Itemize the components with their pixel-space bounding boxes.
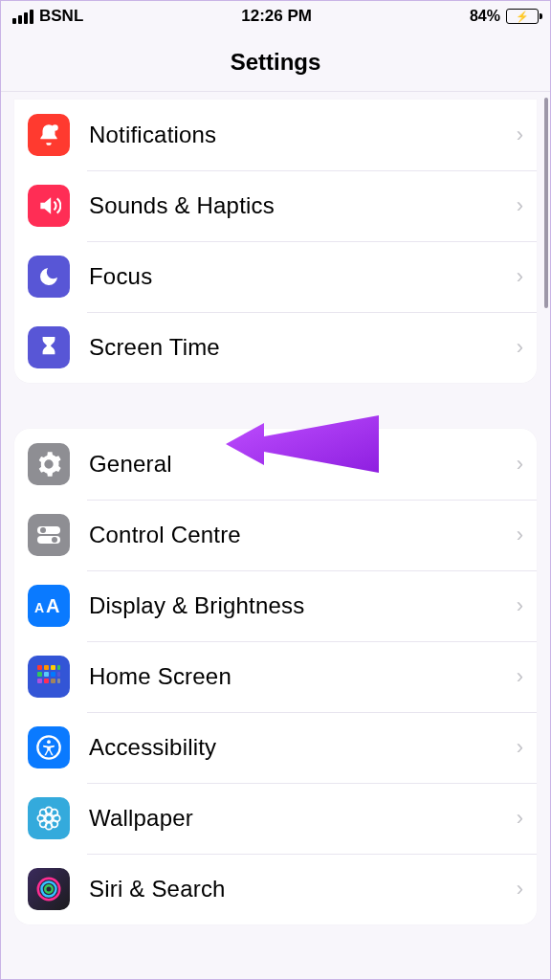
status-bar: BSNL 12:26 PM 84% ⚡ bbox=[1, 1, 550, 32]
chevron-right-icon: › bbox=[517, 593, 523, 618]
row-label: Screen Time bbox=[89, 334, 517, 361]
svg-point-31 bbox=[42, 882, 56, 897]
moon-icon bbox=[28, 256, 70, 298]
bell-badge-icon bbox=[28, 114, 70, 156]
gear-icon bbox=[28, 443, 70, 485]
svg-rect-8 bbox=[44, 665, 49, 670]
chevron-right-icon: › bbox=[517, 523, 523, 547]
svg-rect-12 bbox=[44, 672, 49, 677]
row-notifications[interactable]: Notifications › bbox=[14, 100, 537, 170]
settings-list[interactable]: Notifications › Sounds & Haptics › Focus… bbox=[1, 92, 550, 980]
accessibility-icon bbox=[28, 726, 70, 768]
svg-point-4 bbox=[52, 537, 57, 543]
battery-percent: 84% bbox=[470, 8, 500, 25]
row-wallpaper[interactable]: Wallpaper › bbox=[14, 783, 537, 854]
row-sounds[interactable]: Sounds & Haptics › bbox=[14, 170, 537, 241]
row-label: General bbox=[89, 451, 517, 478]
chevron-right-icon: › bbox=[517, 335, 523, 360]
chevron-right-icon: › bbox=[517, 877, 523, 902]
flower-icon bbox=[28, 797, 70, 839]
row-label: Home Screen bbox=[89, 663, 517, 690]
chevron-right-icon: › bbox=[517, 264, 523, 289]
chevron-right-icon: › bbox=[517, 122, 523, 147]
row-accessibility[interactable]: Accessibility › bbox=[14, 712, 537, 783]
svg-rect-14 bbox=[57, 672, 60, 677]
svg-rect-10 bbox=[57, 665, 60, 670]
svg-point-2 bbox=[40, 527, 46, 533]
svg-rect-13 bbox=[51, 672, 55, 677]
svg-rect-16 bbox=[44, 679, 49, 683]
chevron-right-icon: › bbox=[517, 664, 523, 689]
settings-group-1: Notifications › Sounds & Haptics › Focus… bbox=[14, 100, 537, 383]
svg-rect-7 bbox=[37, 665, 42, 670]
svg-rect-15 bbox=[37, 679, 42, 683]
carrier-label: BSNL bbox=[39, 7, 83, 26]
svg-text:A: A bbox=[34, 600, 44, 615]
row-display[interactable]: AA Display & Brightness › bbox=[14, 570, 537, 641]
switches-icon bbox=[28, 514, 70, 556]
chevron-right-icon: › bbox=[517, 193, 523, 218]
row-homescreen[interactable]: Home Screen › bbox=[14, 641, 537, 712]
battery-icon: ⚡ bbox=[506, 9, 539, 24]
row-label: Sounds & Haptics bbox=[89, 192, 517, 219]
row-label: Accessibility bbox=[89, 734, 517, 761]
row-focus[interactable]: Focus › bbox=[14, 241, 537, 312]
row-label: Siri & Search bbox=[89, 876, 517, 902]
status-time: 12:26 PM bbox=[83, 7, 470, 26]
page-title: Settings bbox=[1, 32, 550, 92]
row-general[interactable]: General › bbox=[14, 429, 537, 500]
row-label: Display & Brightness bbox=[89, 592, 517, 619]
svg-point-0 bbox=[52, 124, 58, 131]
chevron-right-icon: › bbox=[517, 806, 523, 831]
chevron-right-icon: › bbox=[517, 452, 523, 477]
row-siri[interactable]: Siri & Search › bbox=[14, 854, 537, 924]
chevron-right-icon: › bbox=[517, 735, 523, 760]
speaker-icon bbox=[28, 185, 70, 227]
grid-icon bbox=[28, 656, 70, 698]
siri-icon bbox=[28, 868, 70, 910]
text-size-icon: AA bbox=[28, 585, 70, 627]
svg-rect-11 bbox=[37, 672, 42, 677]
row-label: Notifications bbox=[89, 122, 517, 148]
svg-rect-18 bbox=[57, 679, 60, 683]
status-left: BSNL bbox=[12, 7, 83, 26]
row-label: Focus bbox=[89, 263, 517, 290]
svg-rect-9 bbox=[51, 665, 55, 670]
svg-point-21 bbox=[46, 815, 53, 822]
svg-rect-17 bbox=[51, 679, 55, 683]
scroll-indicator bbox=[544, 98, 548, 308]
row-label: Wallpaper bbox=[89, 805, 517, 832]
svg-point-20 bbox=[47, 740, 51, 744]
row-controlcentre[interactable]: Control Centre › bbox=[14, 500, 537, 570]
status-right: 84% ⚡ bbox=[470, 8, 539, 25]
hourglass-icon bbox=[28, 326, 70, 368]
svg-point-32 bbox=[45, 885, 53, 893]
row-label: Control Centre bbox=[89, 522, 517, 548]
row-screentime[interactable]: Screen Time › bbox=[14, 312, 537, 383]
signal-icon bbox=[12, 10, 33, 24]
settings-group-2: General › Control Centre › AA Display & … bbox=[14, 429, 537, 924]
svg-text:A: A bbox=[46, 595, 59, 616]
